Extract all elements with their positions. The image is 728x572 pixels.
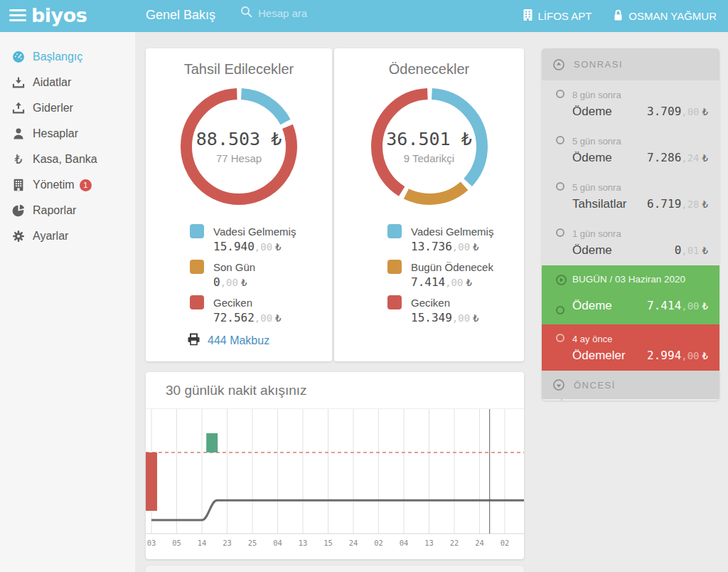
timeline-past-section[interactable]: 4 ay önce Ödemeler2.994,00₺ (542, 324, 719, 371)
dashboard-page: biyos Genel Bakış LİFOS APT OSMAN YAĞMUR (0, 0, 728, 572)
upload-tray-icon (11, 102, 25, 115)
svg-text:02: 02 (500, 539, 510, 547)
later-label: SONRASI (574, 59, 623, 70)
sidebar-item-ayarlar[interactable]: Ayarlar (0, 223, 135, 249)
sidebar-item-raporlar[interactable]: Raporlar (0, 198, 135, 223)
cashflow-card: 30 günlük nakit akışınız 030514232504131… (146, 372, 524, 559)
amount: 3.709,00₺ (647, 105, 708, 118)
sidebar-item-giderler[interactable]: Giderler (0, 95, 135, 121)
gauge-icon (11, 51, 25, 63)
legend-swatch-red (387, 295, 402, 309)
svg-text:13: 13 (424, 539, 434, 547)
timeline-item[interactable]: 1 gün sonra Ödeme0,01₺ (542, 219, 719, 265)
timeline-node-icon (556, 306, 564, 314)
timeline-item[interactable]: 8 gün sonra Ödeme3.709,00₺ (542, 80, 719, 127)
lock-icon (613, 9, 623, 23)
lira-icon: ₺ (11, 154, 25, 166)
sidebar-item-label: Aidatlar (33, 76, 71, 89)
legend-swatch-blue (387, 224, 402, 238)
timeline-upcoming-list: 8 gün sonra Ödeme3.709,00₺ 5 gün sonra Ö… (542, 80, 719, 265)
receivables-legend: Vadesi Gelmemiş 15.940,00₺ Son Gün 0,00₺… (190, 224, 332, 324)
timeline-item[interactable]: 5 gün sonra Tahsilatlar6.719,28₺ (542, 173, 719, 219)
top-header-bar: biyos Genel Bakış LİFOS APT OSMAN YAĞMUR (0, 0, 728, 32)
user-name: OSMAN YAĞMUR (628, 10, 717, 22)
building-icon (11, 179, 25, 191)
legend-swatch-orange (190, 260, 204, 274)
svg-text:03: 03 (147, 539, 156, 547)
amount: 6.719,28₺ (647, 197, 708, 211)
sidebar-item-label: Giderler (33, 102, 73, 115)
search-icon (240, 6, 258, 21)
svg-text:04: 04 (273, 539, 282, 547)
timeline-node-icon (556, 228, 564, 237)
chevron-up-circle-icon (553, 59, 564, 70)
payables-legend: Vadesi Gelmemiş 13.736,00₺ Bugün Ödenece… (387, 224, 524, 324)
page-title: Genel Bakış (146, 8, 215, 23)
notification-badge: 1 (80, 179, 92, 191)
receivables-title: Tahsil Edilecekler (146, 61, 332, 78)
svg-text:23: 23 (223, 539, 232, 547)
sidebar-item-yonetim[interactable]: Yönetim 1 (0, 172, 135, 198)
payables-card: Ödenecekler 36.501 ₺ 9 Tedarikçi Vadesi … (334, 48, 524, 361)
user-icon (11, 128, 25, 140)
svg-text:14: 14 (198, 539, 207, 547)
sidebar-item-kasa-banka[interactable]: ₺ Kasa, Banka (0, 147, 135, 172)
account-search[interactable] (240, 6, 350, 21)
svg-text:24: 24 (475, 539, 484, 547)
sidebar-nav: Başlangıç Aidatlar Giderler Hesaplar ₺ K… (0, 32, 135, 572)
hamburger-menu-icon[interactable] (9, 9, 26, 23)
timeline-node-icon (556, 334, 564, 342)
timeline-later-header[interactable]: SONRASI (542, 48, 719, 80)
pie-chart-icon (11, 205, 25, 217)
receipts-link[interactable]: 444 Makbuz (187, 333, 332, 349)
sidebar-item-label: Kasa, Banka (33, 153, 97, 166)
timeline-item[interactable]: 5 gün sonra Ödeme7.286,24₺ (542, 127, 719, 173)
sidebar-item-label: Raporlar (33, 204, 76, 217)
earlier-label: ÖNCESİ (574, 380, 616, 391)
chevron-down-circle-icon (553, 379, 564, 391)
next-card-top-edge (146, 566, 524, 572)
amount: 7.286,24₺ (647, 151, 708, 164)
timeline-earlier-footer[interactable]: ÖNCESİ (542, 371, 719, 399)
gear-icon (11, 231, 25, 243)
svg-text:04: 04 (400, 539, 409, 547)
property-name: LİFOS APT (538, 10, 592, 22)
legend-swatch-blue (190, 224, 204, 238)
receivables-card: Tahsil Edilecekler 88.503 ₺ 77 Hesap Vad… (146, 48, 332, 361)
legend-item: Geciken 72.562,00₺ (190, 295, 332, 324)
legend-item: Vadesi Gelmemiş 13.736,00₺ (387, 224, 524, 253)
svg-text:02: 02 (374, 539, 383, 547)
legend-item: Vadesi Gelmemiş 15.940,00₺ (190, 224, 332, 253)
legend-item: Bugün Ödenecek 7.414,00₺ (387, 260, 524, 289)
building-icon (523, 9, 533, 23)
play-circle-icon (556, 275, 567, 285)
app-logo[interactable]: biyos (31, 4, 87, 26)
printer-icon (187, 333, 208, 349)
receivables-donut-chart: 88.503 ₺ 77 Hesap (178, 86, 299, 207)
sidebar-item-aidatlar[interactable]: Aidatlar (0, 70, 135, 95)
sidebar-item-label: Başlangıç (33, 51, 82, 63)
payments-timeline-panel: SONRASI 8 gün sonra Ödeme3.709,00₺ 5 gün… (542, 48, 719, 401)
timeline-node-icon (556, 182, 564, 191)
sidebar-item-label: Yönetim (33, 179, 75, 191)
timeline-node-icon (556, 136, 564, 144)
svg-text:13: 13 (299, 539, 308, 547)
property-selector[interactable]: LİFOS APT (523, 9, 592, 23)
amount: 2.994,00₺ (647, 349, 708, 362)
payables-donut-chart: 36.501 ₺ 9 Tedarikçi (369, 86, 490, 207)
legend-swatch-orange (387, 260, 402, 274)
sidebar-item-baslangic[interactable]: Başlangıç (0, 44, 135, 70)
svg-text:₺: ₺ (14, 153, 22, 166)
legend-item: Son Gün 0,00₺ (190, 260, 332, 289)
sidebar-item-label: Hesaplar (33, 127, 78, 140)
legend-swatch-red (190, 295, 204, 309)
timeline-today-section[interactable]: BUGÜN / 03 Haziran 2020 Ödeme7.414,00₺ (542, 265, 719, 324)
legend-item: Geciken 15.349,00₺ (387, 295, 524, 324)
search-input[interactable] (258, 7, 350, 19)
receipts-link-label: 444 Makbuz (208, 334, 269, 347)
user-menu[interactable]: OSMAN YAĞMUR (613, 9, 717, 23)
sidebar-item-hesaplar[interactable]: Hesaplar (0, 121, 135, 147)
svg-text:24: 24 (349, 539, 358, 547)
download-tray-icon (11, 77, 25, 89)
donut-chart-svg (369, 86, 490, 207)
